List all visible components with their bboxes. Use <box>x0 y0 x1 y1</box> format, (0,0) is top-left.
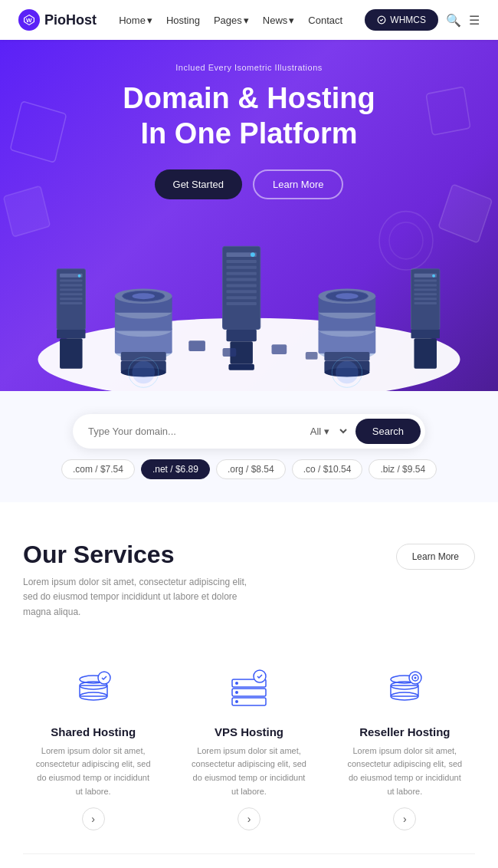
svg-point-90 <box>235 691 238 694</box>
domain-tag-biz[interactable]: .biz / $9.54 <box>369 459 437 479</box>
domain-tag-co[interactable]: .co / $10.54 <box>292 459 363 479</box>
svg-rect-73 <box>414 302 437 304</box>
domain-tag-org[interactable]: .org / $8.54 <box>216 459 286 479</box>
svg-rect-44 <box>226 291 256 294</box>
shared-hosting-text: Lorem ipsum dolor sit amet, consectetur … <box>34 745 152 798</box>
get-started-button[interactable]: Get Started <box>155 169 242 199</box>
svg-point-74 <box>432 275 435 278</box>
reseller-hosting-name: Reseller Hosting <box>359 725 450 738</box>
reseller-hosting-icon <box>380 666 429 715</box>
svg-text:W: W <box>26 17 32 24</box>
services-header-left: Our Services Lorem ipsum dolor sit amet,… <box>23 541 253 620</box>
svg-point-89 <box>235 682 238 685</box>
domain-search-button[interactable]: Search <box>355 419 421 444</box>
vps-hosting-icon <box>224 666 274 715</box>
domain-tag-com[interactable]: .com / $7.54 <box>61 459 135 479</box>
svg-point-63 <box>336 361 359 384</box>
svg-rect-17 <box>60 298 83 300</box>
vps-hosting-name: VPS Hosting <box>215 725 283 738</box>
menu-icon[interactable]: ☰ <box>469 13 480 28</box>
services-title: Our Services <box>23 541 253 569</box>
nav-links: Home ▾ Hosting Pages ▾ News ▾ Contact <box>119 15 342 26</box>
svg-point-30 <box>133 293 156 299</box>
logo-icon: W <box>18 9 40 31</box>
hero-buttons: Get Started Learn More <box>15 169 483 199</box>
hero-illustration <box>15 222 483 391</box>
services-header: Our Services Lorem ipsum dolor sit amet,… <box>23 541 475 620</box>
shared-hosting-icon <box>69 666 118 715</box>
svg-rect-18 <box>60 302 83 304</box>
reseller-hosting-text: Lorem ipsum dolor sit amet, consectetur … <box>346 745 464 798</box>
vps-hosting-text: Lorem ipsum dolor sit amet, consectetur … <box>189 745 308 798</box>
vps-hosting-arrow[interactable]: › <box>238 807 260 830</box>
svg-point-19 <box>78 275 81 278</box>
services-grid-row1: Shared Hosting Lorem ipsum dolor sit ame… <box>23 650 475 846</box>
services-divider <box>23 853 475 854</box>
svg-rect-68 <box>414 280 437 282</box>
domain-search-bar: All ▾ .com .net .org Search <box>73 414 425 449</box>
svg-rect-16 <box>60 293 83 295</box>
domain-search-section: All ▾ .com .net .org Search .com / $7.54… <box>0 391 498 502</box>
domain-tags: .com / $7.54 .net / $6.89 .org / $8.54 .… <box>61 459 437 479</box>
svg-rect-78 <box>223 348 237 357</box>
svg-rect-43 <box>226 284 256 288</box>
service-card-vps: VPS Hosting Lorem ipsum dolor sit amet, … <box>179 650 319 846</box>
svg-rect-71 <box>414 293 437 295</box>
svg-rect-42 <box>226 278 256 281</box>
navbar: W PioHost Home ▾ Hosting Pages ▾ News ▾ … <box>0 0 498 40</box>
svg-point-59 <box>336 293 359 299</box>
svg-rect-14 <box>60 284 83 287</box>
svg-rect-79 <box>272 344 287 354</box>
server-scene-svg <box>15 222 483 391</box>
logo[interactable]: W PioHost <box>18 9 97 31</box>
hero-section: Inclued Every Isometric Illustrations Do… <box>0 40 498 391</box>
svg-point-47 <box>251 252 255 257</box>
svg-rect-69 <box>414 284 437 287</box>
svg-point-34 <box>133 361 156 384</box>
nav-right: WHMCS 🔍 ☰ <box>365 9 480 31</box>
nav-news[interactable]: News ▾ <box>263 15 295 26</box>
svg-rect-21 <box>60 339 83 369</box>
svg-point-99 <box>414 676 417 679</box>
domain-type-select[interactable]: All ▾ .com .net .org <box>303 425 349 438</box>
svg-rect-36 <box>223 246 260 329</box>
svg-rect-31 <box>121 352 166 361</box>
svg-rect-70 <box>414 289 437 291</box>
svg-rect-94 <box>391 686 418 696</box>
svg-rect-41 <box>226 272 256 275</box>
svg-point-91 <box>235 700 238 703</box>
hero-title: Domain & Hosting In One Platform <box>15 81 483 151</box>
services-section: Our Services Lorem ipsum dolor sit amet,… <box>0 502 498 868</box>
svg-rect-80 <box>306 352 318 360</box>
hero-subtitle: Inclued Every Isometric Illustrations <box>15 63 483 72</box>
service-card-shared: Shared Hosting Lorem ipsum dolor sit ame… <box>23 650 163 846</box>
services-learn-more-button[interactable]: Learn More <box>396 544 475 570</box>
nav-contact[interactable]: Contact <box>308 15 342 26</box>
svg-rect-39 <box>226 260 256 263</box>
domain-input[interactable] <box>88 426 297 437</box>
nav-home[interactable]: Home ▾ <box>119 15 152 26</box>
reseller-hosting-arrow[interactable]: › <box>393 807 416 830</box>
svg-rect-60 <box>324 352 369 361</box>
shared-hosting-name: Shared Hosting <box>51 725 136 738</box>
svg-rect-76 <box>414 339 437 369</box>
svg-rect-72 <box>414 298 437 300</box>
svg-rect-77 <box>188 340 205 351</box>
svg-rect-50 <box>228 364 254 370</box>
whmcs-button[interactable]: WHMCS <box>365 9 438 31</box>
service-card-reseller: Reseller Hosting Lorem ipsum dolor sit a… <box>335 650 475 846</box>
nav-hosting[interactable]: Hosting <box>166 15 200 26</box>
svg-rect-40 <box>226 266 256 269</box>
nav-pages[interactable]: Pages ▾ <box>214 15 249 26</box>
shared-hosting-arrow[interactable]: › <box>82 807 105 830</box>
search-icon[interactable]: 🔍 <box>446 13 461 28</box>
services-description: Lorem ipsum dolor sit amet, consectetur … <box>23 575 253 620</box>
svg-rect-48 <box>226 330 256 342</box>
svg-rect-20 <box>57 330 85 339</box>
domain-tag-net[interactable]: .net / $6.89 <box>141 459 210 479</box>
whmcs-icon <box>377 15 386 25</box>
learn-more-hero-button[interactable]: Learn More <box>253 169 343 199</box>
svg-rect-75 <box>411 330 440 339</box>
brand-name: PioHost <box>44 12 97 28</box>
svg-rect-82 <box>80 686 107 696</box>
